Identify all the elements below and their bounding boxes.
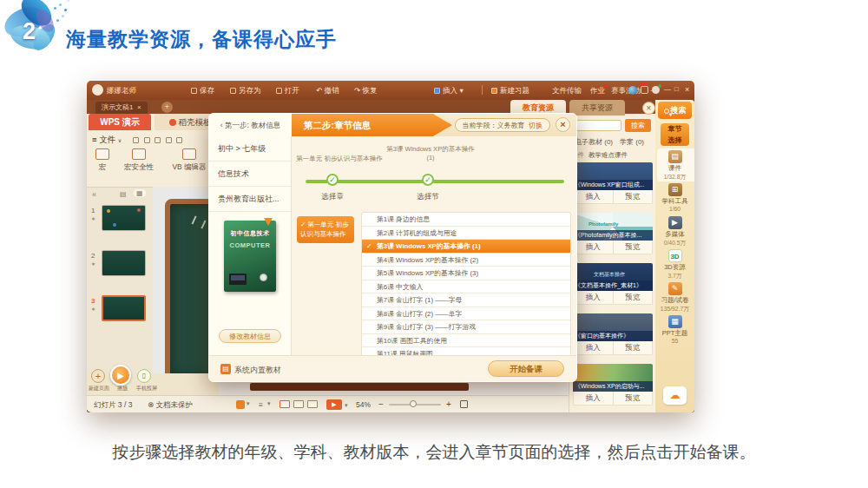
lesson-item[interactable]: ✓第6课 中文输入 — [362, 280, 570, 294]
lesson-item[interactable]: ✓第9课 金山打字 (3) ——打字游戏 — [362, 320, 570, 334]
ribbon-item-macro-security[interactable]: 宏安全性 — [116, 148, 161, 173]
card-insert-button[interactable]: 插入 — [574, 241, 614, 254]
sidebar-search-button[interactable]: 搜索 — [658, 102, 692, 119]
quick-save-icon[interactable] — [133, 137, 139, 143]
lesson-item[interactable]: ✓第5课 Windows XP的基本操作 (3) — [362, 267, 570, 280]
selected-unit-chip[interactable]: ✓第一单元 初步认识与基本操作 — [297, 216, 354, 243]
lesson-item[interactable]: ✓第1课 身边的信息 — [362, 213, 570, 227]
resource-card[interactable]: 《Windows XP窗口组成... 插入预览 — [573, 162, 653, 204]
minimize-button[interactable]: — — [664, 85, 671, 93]
tab-study-plan[interactable]: 学案 (0) — [620, 137, 644, 147]
selected-grade[interactable]: 初中 > 七年级 — [209, 136, 291, 162]
lesson-item-selected[interactable]: ✓第3课 Windows XP的基本操作 (1) — [362, 240, 570, 254]
resource-card[interactable]: 《Windows XP的启动与... 插入预览 — [573, 364, 653, 406]
close-tab-icon[interactable]: × — [137, 103, 141, 111]
category-multimedia[interactable]: ▶ 多媒体0/40.5万 — [655, 216, 694, 247]
file-menu[interactable]: ≡ 文件 ∨ — [92, 135, 185, 146]
file-transfer-menu[interactable]: 文件传输 — [552, 86, 582, 96]
zoom-in-button[interactable]: + — [446, 399, 451, 409]
insert-menu[interactable]: 插入 ▾ — [434, 86, 464, 96]
slide-thumbnail-2[interactable] — [102, 250, 146, 276]
tab-ebook[interactable]: 电子教材 (0) — [575, 137, 613, 147]
normal-view-button[interactable] — [279, 400, 290, 408]
resource-search-button[interactable]: 搜索 — [625, 119, 651, 132]
save-button[interactable]: 保存 — [191, 86, 214, 96]
card-insert-button[interactable]: 插入 — [574, 341, 614, 354]
start-lesson-prep-button[interactable]: 开始备课 — [488, 360, 564, 377]
ribbon-item-macro[interactable]: 宏 — [90, 148, 115, 173]
lesson-item[interactable]: ✓第2课 计算机的组成与用途 — [362, 227, 570, 241]
new-tab-button[interactable]: + — [161, 102, 173, 113]
quick-print-icon[interactable] — [155, 137, 161, 143]
globe-icon[interactable] — [628, 86, 637, 95]
outline-view-icon[interactable]: ▤ — [120, 190, 127, 198]
cloud-sync-button[interactable]: ☁ — [663, 386, 687, 405]
step1-back-tab[interactable]: ‹ 第一步: 教材信息 — [209, 114, 292, 136]
tab-wps-presentation[interactable]: WPS 演示 — [89, 114, 151, 130]
card-preview-button[interactable]: 预览 — [614, 241, 653, 254]
card-preview-button[interactable]: 预览 — [614, 190, 653, 203]
resource-card[interactable]: 文档基本操作 《文档基本操作_素材1》 插入预览 — [573, 263, 653, 305]
zoom-out-button[interactable]: − — [378, 399, 384, 409]
zoom-slider-knob[interactable] — [410, 400, 417, 407]
homework-menu[interactable]: 作业 — [590, 86, 605, 96]
new-page-button[interactable]: + — [91, 369, 105, 383]
protect-status[interactable]: ⊗ 文档未保护 — [148, 400, 193, 411]
resource-search-input[interactable] — [573, 120, 621, 131]
quick-redo-icon[interactable] — [176, 137, 182, 143]
subtab-difficult-courseware[interactable]: 教学难点课件 — [589, 151, 628, 160]
category-ppt-themes[interactable]: ▦ PPT主题55 — [655, 315, 694, 344]
resource-card[interactable]: Photofamily 《Photofamily的基本操... 插入预览 — [573, 213, 653, 254]
switch-stage-button[interactable]: 切换 — [529, 122, 542, 129]
quick-preview-icon[interactable] — [166, 137, 172, 143]
quick-undo-icon[interactable] — [144, 137, 150, 143]
text-layout-icon[interactable]: ≡ — [259, 400, 263, 409]
new-exercise-button[interactable]: 新建习题 — [491, 86, 529, 96]
card-preview-button[interactable]: 预览 — [614, 291, 653, 304]
selected-publisher[interactable]: 贵州教育出版社... — [209, 187, 291, 212]
lesson-item[interactable]: ✓第10课 画图工具的使用 — [362, 334, 570, 348]
docer-statusbar-icon[interactable] — [236, 400, 245, 409]
phone-cast-button[interactable]: ▯ — [137, 369, 151, 383]
card-preview-button[interactable]: 预览 — [614, 392, 653, 405]
zoom-level[interactable]: 54% — [356, 400, 371, 409]
category-courseware[interactable]: ▤ 课件1/32.8万 — [655, 150, 694, 181]
card-insert-button[interactable]: 插入 — [574, 291, 614, 304]
chapter-select-badge[interactable]: 章节选择 — [661, 123, 689, 146]
lesson-item[interactable]: ✓第7课 金山打字 (1) ——字母 — [362, 293, 570, 307]
card-insert-button[interactable]: 插入 — [574, 190, 614, 203]
play-from-current-button[interactable]: ▶ — [326, 399, 342, 410]
document-tab[interactable]: 演示文稿1 × — [95, 102, 148, 114]
slide-thumbnail-3-selected[interactable] — [102, 295, 146, 321]
open-button[interactable]: 打开 — [276, 86, 299, 96]
save-as-button[interactable]: 另存为 — [230, 86, 261, 96]
upload-icon[interactable] — [641, 86, 648, 94]
thumbnail-view-icon[interactable]: ▦ — [134, 189, 146, 197]
resource-card[interactable]: 《窗口的基本操作》 插入预览 — [573, 313, 653, 355]
close-window-button[interactable]: × — [685, 85, 689, 94]
collapse-panel-icon[interactable]: « — [92, 190, 96, 199]
lesson-item[interactable]: ✓第4课 Windows XP的基本操作 (2) — [362, 254, 570, 267]
card-preview-button[interactable]: 预览 — [614, 341, 653, 354]
modify-textbook-button[interactable]: 修改教材信息 — [219, 329, 281, 343]
stage-pill[interactable]: 当前学段：义务教育 切换 — [455, 118, 550, 132]
reading-view-button[interactable] — [307, 400, 318, 408]
maximize-button[interactable]: □ — [674, 85, 679, 93]
tab-shared-resources[interactable]: 共享资源 — [569, 100, 625, 115]
slide-thumbnail-1[interactable] — [102, 205, 146, 231]
play-slideshow-button[interactable]: ▶ — [110, 365, 131, 386]
user-name[interactable]: 娜娜老师 — [107, 86, 136, 96]
category-subject-tools[interactable]: ⊞ 学科工具1/60 — [655, 183, 694, 212]
fit-to-window-button[interactable] — [460, 400, 468, 408]
category-exercises[interactable]: ✎ 习题/试卷135/92.7万 — [655, 282, 694, 313]
redo-button[interactable]: ↷ 恢复 — [354, 86, 378, 96]
slide-sorter-view-button[interactable] — [293, 400, 304, 408]
dialog-close-button[interactable]: × — [556, 117, 570, 132]
close-panel-button[interactable]: × — [642, 102, 655, 115]
card-insert-button[interactable]: 插入 — [574, 392, 614, 405]
lesson-item[interactable]: ✓第8课 金山打字 (2) ——单字 — [362, 307, 570, 321]
ribbon-item-vb-editor[interactable]: VB 编辑器 — [167, 148, 212, 173]
undo-button[interactable]: ↶ 撤销 — [316, 86, 339, 96]
category-3d-resources[interactable]: 3D 3D资源3.7万 — [655, 249, 694, 280]
selected-subject[interactable]: 信息技术 — [209, 162, 291, 187]
